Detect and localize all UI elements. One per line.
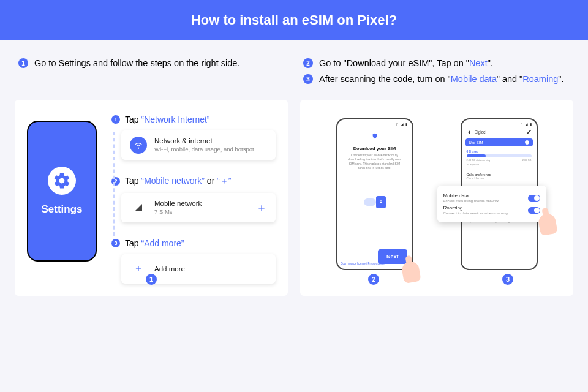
instruction-left: 1 Go to Settings and follow the steps on… [18,52,285,90]
screen-subtitle: Connect to your mobile network by downlo… [346,153,404,170]
instruction-text: Go to "Download your eSIM", Tap on "Next… [319,58,493,68]
carrier-name: Digicel [475,130,487,134]
toggle-switch[interactable] [528,207,540,214]
panels: Settings 1 Tap “Network Internet” Networ… [0,95,588,311]
screen-header: Digicel [466,128,533,136]
settings-phone-mockup: Settings [27,121,97,262]
panel-number-badge: 2 [368,274,379,285]
signal-icon [130,199,147,216]
instructions: 1 Go to Settings and follow the steps on… [0,40,588,95]
panel-2-3: ▯ ◢ ▮ Download your SIM Connect to your … [300,100,573,296]
step-number-badge: 2 [303,58,313,68]
substep-1: 1 Tap “Network Internet” Network & inter… [111,115,276,160]
substep-text: Tap “Mobile network” or “＋” [125,176,232,187]
highlight: Roaming [522,74,558,84]
sim-settings-phone: ▯ ◢ ▮ Digicel Use SIM 0 B used 2.00 GB d… [461,118,538,270]
toggle-overlay: Mobile dataAccess data using mobile netw… [437,186,546,222]
progress-bar [467,154,532,157]
step-number-badge: 1 [18,58,28,68]
settings-label: Settings [41,203,82,216]
steps-column: 1 Tap “Network Internet” Network & inter… [109,115,276,284]
highlight: Mobile data [451,74,497,84]
step-number-badge: 3 [111,239,120,247]
screen-title: Download your SIM [342,146,407,151]
card-title: Add more [154,265,185,274]
title-banner: How to install an eSIM on Pixel? [0,0,588,40]
mobile-data-toggle[interactable]: Mobile dataAccess data using mobile netw… [443,193,540,203]
substep-2: 2 Tap “Mobile network” or “＋” Mobile net… [111,176,276,222]
shield-icon [342,133,407,140]
panel-1: Settings 1 Tap “Network Internet” Networ… [15,100,288,296]
toggle-switch[interactable] [528,195,540,202]
step-connector [113,132,115,236]
download-illustration [360,187,390,217]
instruction-right: 2 Go to "Download your eSIM", Tap on "Ne… [303,52,570,90]
substep-text: Tap “Add more” [125,238,184,248]
step-number-badge: 3 [303,74,313,84]
card-subtitle: Wi-Fi, mobile, data usage, and hotspot [154,146,254,153]
add-more-card[interactable]: Add more [121,254,276,284]
hand-pointer-icon [537,213,557,236]
plus-icon[interactable]: ＋ [247,200,267,215]
status-bar: ▯ ◢ ▮ [521,122,532,126]
edit-icon[interactable] [527,129,532,135]
network-internet-card[interactable]: Network & internet Wi-Fi, mobile, data u… [121,130,276,160]
substep-text: Tap “Network Internet” [125,115,210,124]
highlight: Next [469,58,488,68]
panel-number-badge: 3 [502,274,513,285]
use-sim-toggle[interactable]: Use SIM [466,138,533,146]
calls-preference-row[interactable]: Calls preferenceChina Unicom [466,170,533,183]
page-title: How to install an eSIM on Pixel? [191,12,397,28]
plus-icon [130,260,147,277]
instruction-text: Go to Settings and follow the steps on t… [34,58,239,68]
svg-rect-0 [380,202,382,203]
roaming-toggle[interactable]: RoamingConnect to data services when roa… [443,205,540,215]
instruction-text: After scanning the code, turn on "Mobile… [319,74,564,84]
back-arrow-icon[interactable] [467,130,472,135]
step-number-badge: 1 [111,115,120,124]
substep-3: 3 Tap “Add more” Add more [111,238,276,284]
status-bar: ▯ ◢ ▮ [396,122,408,126]
sim-card-icon [376,196,386,208]
toggle-knob [525,140,529,145]
card-title: Network & internet [154,137,254,146]
next-button[interactable]: Next [378,249,407,264]
card-subtitle: 7 SIMs [154,208,202,216]
data-usage: 0 B used 2.00 GB data warning2.00 GB 30 … [466,149,533,166]
gear-icon [48,167,76,195]
download-sim-phone: ▯ ◢ ▮ Download your SIM Connect to your … [336,118,413,270]
panel-number-badge: 1 [146,274,157,285]
card-title: Mobile network [154,199,202,208]
wifi-icon [130,137,147,154]
mobile-network-card[interactable]: Mobile network 7 SIMs ＋ [121,193,276,222]
cloud-icon [364,198,376,206]
